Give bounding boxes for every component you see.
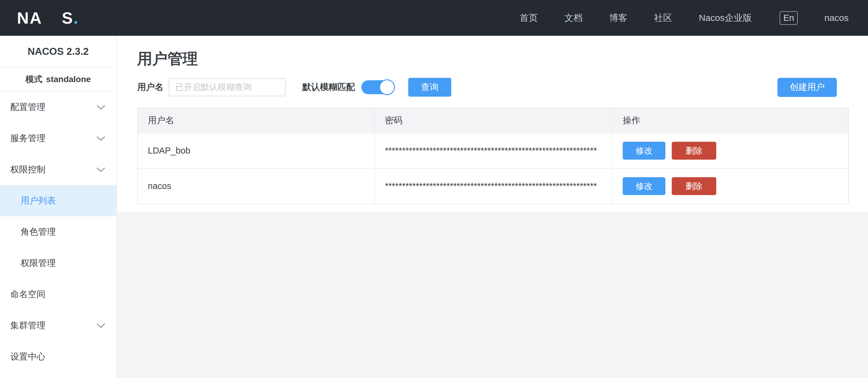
app-root: NA∞S. 首页 文档 博客 社区 Nacos企业版 En nacos NACO… — [0, 0, 868, 378]
fuzzy-toggle[interactable] — [361, 80, 395, 94]
sidebar-item-user-list[interactable]: 用户列表 — [0, 185, 116, 216]
username-label: 用户名 — [137, 81, 163, 93]
content-area: 用户管理 用户名 默认模糊匹配 查询 创建用户 用户名 密码 — [117, 36, 868, 212]
sidebar-item-permission-management[interactable]: 权限管理 — [0, 248, 116, 279]
actions-cell: 修改 删除 — [612, 169, 848, 203]
sidebar-brand-version: NACOS 2.3.2 — [0, 36, 116, 67]
sidebar-item-settings-center[interactable]: 设置中心 — [0, 341, 116, 372]
username-cell: LDAP_bob — [138, 133, 374, 168]
sidebar-item-label: 用户列表 — [21, 195, 56, 207]
top-header: NA∞S. 首页 文档 博客 社区 Nacos企业版 En nacos — [0, 0, 868, 36]
sidebar-item-label: 权限控制 — [10, 163, 45, 176]
column-header-actions: 操作 — [612, 108, 848, 133]
logo-dot: . — [73, 8, 79, 27]
table-header-row: 用户名 密码 操作 — [138, 108, 848, 133]
table-row: nacos **********************************… — [138, 168, 848, 203]
username-search-input[interactable] — [169, 78, 286, 96]
query-button[interactable]: 查询 — [408, 78, 451, 97]
column-header-password: 密码 — [374, 108, 612, 133]
sidebar-mode: 模式 standalone — [0, 67, 116, 92]
edit-user-button[interactable]: 修改 — [623, 177, 665, 195]
logged-in-user[interactable]: nacos — [825, 13, 848, 23]
sidebar-item-cluster-management[interactable]: 集群管理 — [0, 310, 116, 341]
create-user-button[interactable]: 创建用户 — [777, 78, 837, 97]
sidebar-item-label: 角色管理 — [21, 226, 56, 238]
nav-community[interactable]: 社区 — [654, 12, 672, 24]
password-cell: ****************************************… — [374, 133, 612, 168]
nacos-logo[interactable]: NA∞S. — [17, 8, 79, 27]
edit-user-button[interactable]: 修改 — [623, 142, 665, 160]
table-row: LDAP_bob *******************************… — [138, 133, 848, 168]
sidebar-item-namespace[interactable]: 命名空间 — [0, 279, 116, 310]
sidebar-item-service-management[interactable]: 服务管理 — [0, 123, 116, 154]
logo-text-s: S — [62, 8, 73, 27]
delete-user-button[interactable]: 删除 — [672, 177, 716, 195]
password-cell: ****************************************… — [374, 169, 612, 203]
chevron-down-icon — [96, 323, 105, 328]
delete-user-button[interactable]: 删除 — [672, 142, 716, 160]
nav-home[interactable]: 首页 — [519, 12, 537, 24]
top-nav: 首页 文档 博客 社区 Nacos企业版 En nacos — [519, 11, 848, 25]
main-area: 用户管理 用户名 默认模糊匹配 查询 创建用户 用户名 密码 — [117, 36, 868, 378]
chevron-down-icon — [96, 104, 105, 110]
sidebar-item-permission-control[interactable]: 权限控制 — [0, 154, 116, 185]
chevron-down-icon — [96, 136, 105, 141]
nav-docs[interactable]: 文档 — [564, 12, 582, 24]
sidebar-item-label: 配置管理 — [10, 101, 45, 113]
language-toggle[interactable]: En — [780, 11, 798, 25]
sidebar-item-label: 集群管理 — [10, 319, 45, 332]
user-table: 用户名 密码 操作 LDAP_bob *********************… — [137, 108, 848, 204]
nav-blog[interactable]: 博客 — [609, 12, 627, 24]
fuzzy-match-label: 默认模糊匹配 — [302, 81, 355, 93]
sidebar: NACOS 2.3.2 模式 standalone 配置管理 服务管理 权限控制 — [0, 36, 117, 378]
username-cell: nacos — [138, 169, 374, 203]
page-title: 用户管理 — [137, 50, 848, 67]
sidebar-item-label: 设置中心 — [10, 351, 45, 363]
filter-row: 用户名 默认模糊匹配 查询 创建用户 — [137, 78, 848, 97]
toggle-knob — [379, 80, 395, 95]
page-background — [117, 212, 868, 378]
sidebar-item-role-management[interactable]: 角色管理 — [0, 216, 116, 248]
actions-cell: 修改 删除 — [612, 133, 848, 168]
sidebar-menu: 配置管理 服务管理 权限控制 用户列表 角色管理 权限 — [0, 92, 116, 372]
sidebar-item-label: 权限管理 — [21, 257, 56, 269]
body-row: NACOS 2.3.2 模式 standalone 配置管理 服务管理 权限控制 — [0, 36, 868, 378]
sidebar-item-config-management[interactable]: 配置管理 — [0, 92, 116, 123]
chevron-down-icon — [96, 167, 105, 172]
sidebar-item-label: 服务管理 — [10, 132, 45, 145]
nav-enterprise[interactable]: Nacos企业版 — [699, 12, 752, 24]
logo-text-na: NA — [17, 8, 42, 27]
column-header-username: 用户名 — [138, 108, 374, 133]
mode-label: 模式 — [26, 73, 42, 85]
mode-value: standalone — [46, 74, 91, 84]
sidebar-item-label: 命名空间 — [10, 288, 45, 301]
